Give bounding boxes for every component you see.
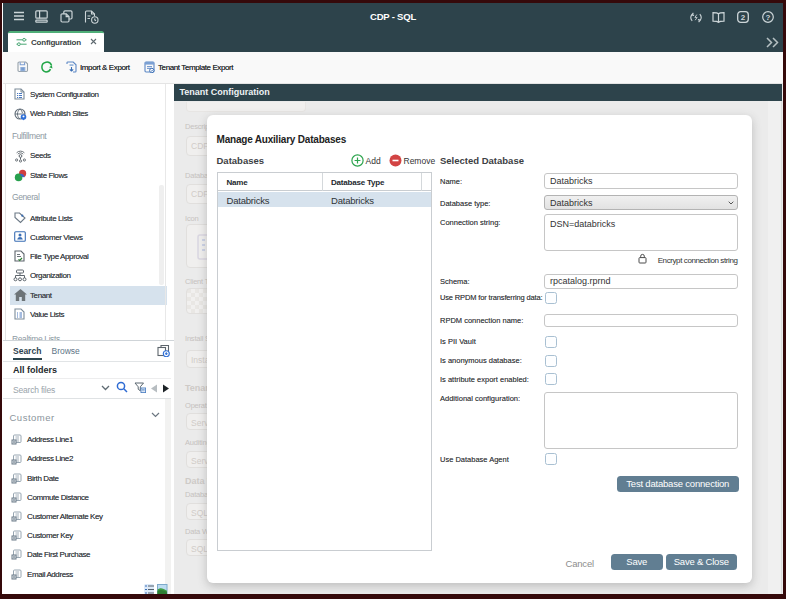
svg-text:2: 2: [741, 13, 746, 22]
svg-text:?: ?: [766, 13, 771, 22]
